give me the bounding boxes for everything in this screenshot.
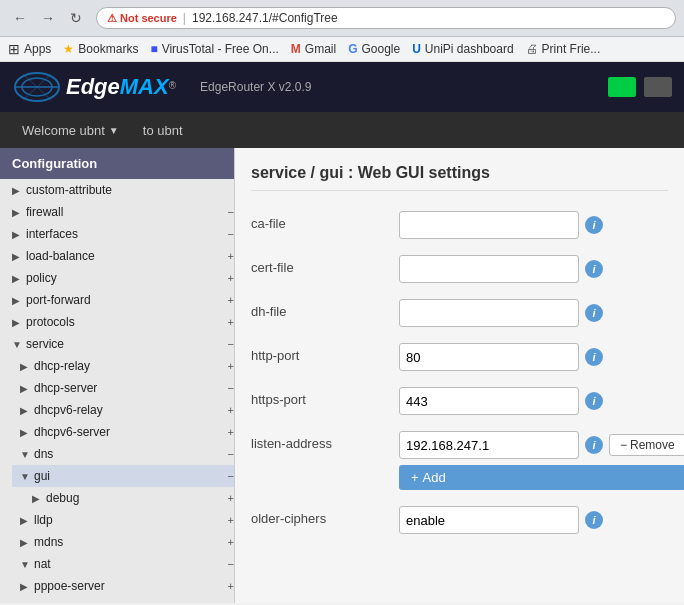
sidebar-item-load-balance[interactable]: ▶ load-balance +: [0, 245, 234, 267]
form-row-https-port: https-port i: [251, 387, 668, 415]
input-area-cert-file: i: [399, 255, 668, 283]
welcome-dropdown-icon: ▼: [109, 125, 119, 136]
input-older-ciphers[interactable]: [399, 506, 579, 534]
add-button[interactable]: + Add: [399, 465, 684, 490]
input-cert-file[interactable]: [399, 255, 579, 283]
input-area-https-port: i: [399, 387, 668, 415]
label-cert-file: cert-file: [251, 255, 391, 275]
bookmark-unipi[interactable]: U UniPi dashboard: [412, 42, 513, 56]
sidebar-item-dhcpv6-relay[interactable]: ▶ dhcpv6-relay +: [12, 399, 234, 421]
sidebar-item-nat[interactable]: ▼ nat −: [12, 553, 234, 575]
toggle-icon: ▶: [20, 581, 30, 592]
bookmark-bookmarks[interactable]: ★ Bookmarks: [63, 42, 138, 56]
reload-button[interactable]: ↻: [64, 6, 88, 30]
edgemax-logo-icon: [12, 69, 62, 105]
input-http-port[interactable]: [399, 343, 579, 371]
toggle-icon: ▶: [12, 229, 22, 240]
gmail-icon: M: [291, 42, 301, 56]
info-icon-cert-file[interactable]: i: [585, 260, 603, 278]
form-row-http-port: http-port i: [251, 343, 668, 371]
toggle-icon: ▶: [32, 493, 42, 504]
label-dh-file: dh-file: [251, 299, 391, 319]
sidebar-item-debug[interactable]: ▶ debug +: [24, 487, 234, 509]
input-ca-file[interactable]: [399, 211, 579, 239]
sidebar-item-pppoe-server[interactable]: ▶ pppoe-server +: [12, 575, 234, 597]
address-separator: |: [183, 11, 186, 25]
info-icon-http-port[interactable]: i: [585, 348, 603, 366]
logo-reg: ®: [169, 80, 176, 91]
sidebar-item-policy[interactable]: ▶ policy +: [0, 267, 234, 289]
info-icon-dh-file[interactable]: i: [585, 304, 603, 322]
sidebar-item-gui[interactable]: ▼ gui −: [12, 465, 234, 487]
nav-welcome[interactable]: Welcome ubnt ▼: [12, 112, 129, 148]
sidebar-item-custom-attribute[interactable]: ▶ custom-attribute: [0, 179, 234, 201]
form-row-ca-file: ca-file i: [251, 211, 668, 239]
input-https-port[interactable]: [399, 387, 579, 415]
listen-address-container: i − Remove + Add: [399, 431, 684, 490]
sidebar-item-port-forward[interactable]: ▶ port-forward +: [0, 289, 234, 311]
toggle-icon: ▶: [20, 405, 30, 416]
input-dh-file[interactable]: [399, 299, 579, 327]
toggle-icon: ▼: [20, 449, 30, 460]
toggle-icon: ▶: [20, 361, 30, 372]
toggle-icon: ▶: [12, 317, 22, 328]
toggle-icon: ▶: [12, 251, 22, 262]
main-layout: Configuration ▶ custom-attribute ▶ firew…: [0, 148, 684, 603]
bookmarks-bar: ⊞ Apps ★ Bookmarks ■ VirusTotal - Free O…: [0, 37, 684, 62]
bookmark-virustotal[interactable]: ■ VirusTotal - Free On...: [150, 42, 278, 56]
info-icon-ca-file[interactable]: i: [585, 216, 603, 234]
logo-edge-text: Edge: [66, 74, 120, 99]
back-button[interactable]: ←: [8, 6, 32, 30]
input-area-ca-file: i: [399, 211, 668, 239]
bookmark-gmail[interactable]: M Gmail: [291, 42, 336, 56]
sidebar-item-mdns[interactable]: ▶ mdns +: [12, 531, 234, 553]
router-version: EdgeRouter X v2.0.9: [200, 80, 311, 94]
sidebar-header: Configuration: [0, 148, 234, 179]
app-header: EdgeMAX® EdgeRouter X v2.0.9: [0, 62, 684, 112]
print-icon: 🖨: [526, 42, 538, 56]
toggle-icon: ▼: [20, 471, 30, 482]
remove-button[interactable]: − Remove: [609, 434, 684, 456]
form-row-listen-address: listen-address i − Remove + Add: [251, 431, 668, 490]
label-http-port: http-port: [251, 343, 391, 363]
sidebar-item-lldp[interactable]: ▶ lldp +: [12, 509, 234, 531]
sidebar-item-firewall[interactable]: ▶ firewall −: [0, 201, 234, 223]
gui-children: ▶ debug +: [12, 487, 234, 509]
forward-button[interactable]: →: [36, 6, 60, 30]
toggle-icon: ▶: [12, 207, 22, 218]
header-right: [608, 77, 672, 97]
form-row-dh-file: dh-file i: [251, 299, 668, 327]
nav-buttons: ← → ↻: [8, 6, 88, 30]
form-row-older-ciphers: older-ciphers i: [251, 506, 668, 534]
sidebar-item-protocols[interactable]: ▶ protocols +: [0, 311, 234, 333]
toggle-icon: ▶: [20, 515, 30, 526]
nav-to-ubnt[interactable]: to ubnt: [133, 112, 193, 148]
address-bar[interactable]: ⚠ Not secure | 192.168.247.1/#ConfigTree: [96, 7, 676, 29]
sidebar-item-dhcp-server[interactable]: ▶ dhcp-server −: [12, 377, 234, 399]
info-icon-https-port[interactable]: i: [585, 392, 603, 410]
info-icon-listen-address[interactable]: i: [585, 436, 603, 454]
bookmark-print[interactable]: 🖨 Print Frie...: [526, 42, 601, 56]
sidebar-item-dns[interactable]: ▼ dns −: [12, 443, 234, 465]
input-listen-address[interactable]: [399, 431, 579, 459]
star-icon: ★: [63, 42, 74, 56]
sidebar-item-interfaces[interactable]: ▶ interfaces −: [0, 223, 234, 245]
sidebar-item-service[interactable]: ▼ service −: [0, 333, 234, 355]
toggle-icon: ▶: [20, 603, 30, 604]
logo-area: EdgeMAX® EdgeRouter X v2.0.9: [12, 69, 311, 105]
toggle-icon: ▶: [20, 537, 30, 548]
input-area-dh-file: i: [399, 299, 668, 327]
not-secure-indicator: ⚠ Not secure: [107, 12, 177, 25]
sidebar-item-dhcpv6-server[interactable]: ▶ dhcpv6-server +: [12, 421, 234, 443]
browser-nav-bar: ← → ↻ ⚠ Not secure | 192.168.247.1/#Conf…: [0, 0, 684, 37]
info-icon-older-ciphers[interactable]: i: [585, 511, 603, 529]
toggle-icon: ▼: [20, 559, 30, 570]
label-https-port: https-port: [251, 387, 391, 407]
sidebar-item-dhcp-relay[interactable]: ▶ dhcp-relay +: [12, 355, 234, 377]
toggle-icon: ▼: [12, 339, 22, 350]
sidebar-item-snmp[interactable]: ▶ snmp +: [12, 597, 234, 603]
bookmark-apps[interactable]: ⊞ Apps: [8, 41, 51, 57]
bookmark-google[interactable]: G Google: [348, 42, 400, 56]
nav-bar: Welcome ubnt ▼ to ubnt: [0, 112, 684, 148]
header-menu-btn[interactable]: [644, 77, 672, 97]
